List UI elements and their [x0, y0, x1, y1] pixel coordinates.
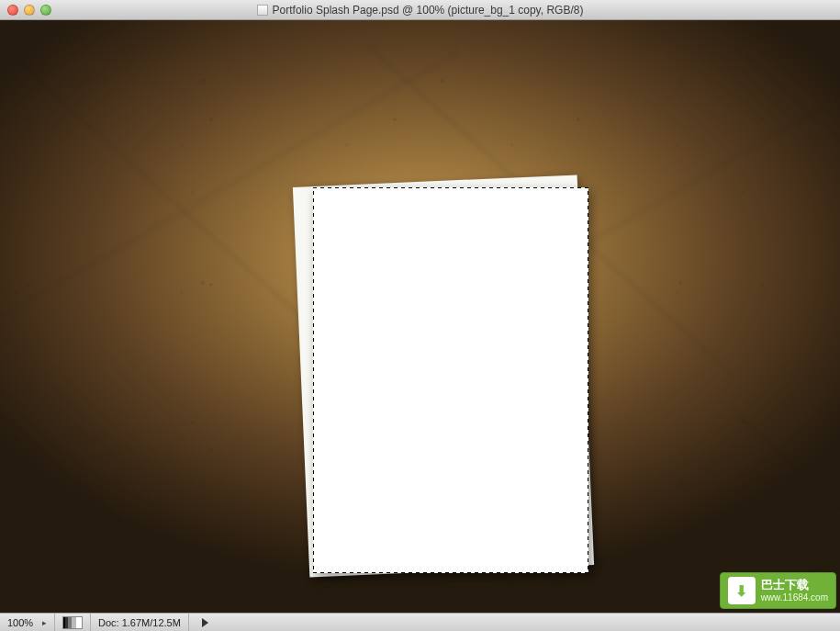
page-layer-front[interactable] — [313, 187, 588, 573]
exposure-preview[interactable] — [55, 614, 91, 631]
play-arrow-icon — [202, 618, 208, 627]
close-button[interactable] — [7, 5, 18, 16]
app-window: Portfolio Splash Page.psd @ 100% (pictur… — [0, 0, 840, 631]
watermark-brand: 巴士下载 — [761, 579, 828, 592]
zoom-button[interactable] — [40, 5, 51, 16]
exposure-strip-icon — [62, 616, 83, 629]
minimize-button[interactable] — [24, 5, 35, 16]
watermark-badge: ⬇ 巴士下载 www.11684.com — [720, 572, 836, 609]
watermark-url: www.11684.com — [761, 592, 828, 603]
document-canvas[interactable] — [0, 20, 840, 613]
status-bar: 100% ▸ Doc: 1.67M/12.5M — [0, 613, 840, 631]
chevron-right-icon: ▸ — [42, 618, 47, 627]
window-title-text: Portfolio Splash Page.psd @ 100% (pictur… — [273, 4, 584, 17]
window-controls — [7, 5, 51, 16]
watermark-text: 巴士下载 www.11684.com — [761, 579, 828, 602]
status-menu-arrow[interactable] — [189, 614, 216, 631]
window-titlebar[interactable]: Portfolio Splash Page.psd @ 100% (pictur… — [0, 0, 840, 20]
window-title: Portfolio Splash Page.psd @ 100% (pictur… — [0, 4, 840, 17]
doc-size-readout[interactable]: Doc: 1.67M/12.5M — [91, 614, 189, 631]
download-icon: ⬇ — [728, 577, 756, 604]
page-rectangle — [313, 187, 588, 573]
document-icon — [257, 5, 268, 16]
zoom-level-field[interactable]: 100% ▸ — [0, 614, 55, 631]
zoom-value: 100% — [7, 617, 33, 628]
doc-size-text: Doc: 1.67M/12.5M — [98, 617, 181, 628]
